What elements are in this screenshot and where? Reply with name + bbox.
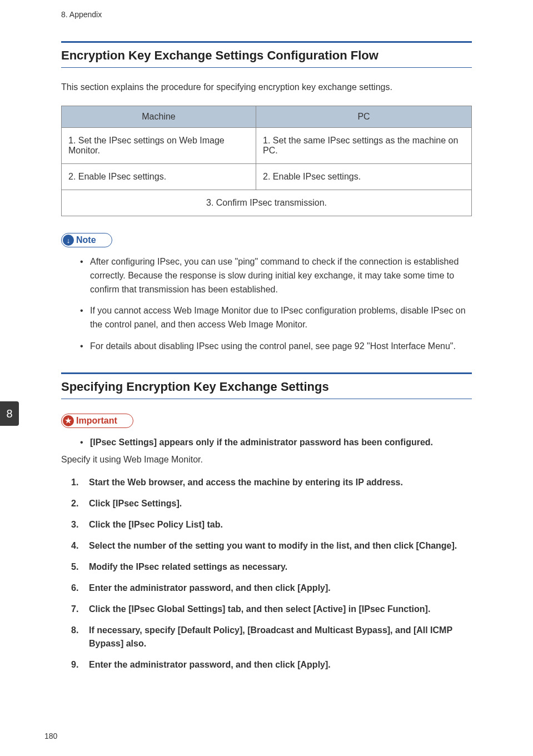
table-row: 2. Enable IPsec settings. 2. Enable IPse… <box>62 164 472 190</box>
important-item: [IPsec Settings] appears only if the adm… <box>80 436 472 449</box>
table-head-pc: PC <box>256 106 472 128</box>
note-item: For details about disabling IPsec using … <box>80 340 472 354</box>
intro-text: This section explains the procedure for … <box>61 82 472 92</box>
cell-pc-2: 2. Enable IPsec settings. <box>256 164 472 190</box>
specify-plain-text: Specify it using Web Image Monitor. <box>61 455 472 465</box>
important-icon: ★ <box>63 415 74 426</box>
table-head-machine: Machine <box>62 106 256 128</box>
note-callout: ↓ Note <box>61 233 112 247</box>
note-icon: ↓ <box>63 235 74 246</box>
note-item: If you cannot access Web Image Monitor d… <box>80 304 472 332</box>
important-callout: ★ Important <box>61 414 133 428</box>
important-label-text: Important <box>76 416 117 426</box>
note-list: After configuring IPsec, you can use "pi… <box>61 255 472 354</box>
section-title-specify: Specifying Encryption Key Exchange Setti… <box>61 372 472 399</box>
page-header-chapter: 8. Appendix <box>0 0 533 19</box>
table-row: 1. Set the IPsec settings on Web Image M… <box>62 128 472 164</box>
cell-merged-3: 3. Confirm IPsec transmission. <box>62 190 472 216</box>
note-item: After configuring IPsec, you can use "pi… <box>80 255 472 296</box>
steps-list: Start the Web browser, and access the ma… <box>61 476 472 672</box>
page-number: 180 <box>44 732 57 740</box>
step-item: Select the number of the setting you wan… <box>71 539 472 553</box>
table-row: 3. Confirm IPsec transmission. <box>62 190 472 216</box>
step-item: Start the Web browser, and access the ma… <box>71 476 472 489</box>
step-item: Click the [IPsec Policy List] tab. <box>71 518 472 531</box>
note-label-text: Note <box>76 235 96 245</box>
step-item: Enter the administrator password, and th… <box>71 658 472 672</box>
cell-machine-1: 1. Set the IPsec settings on Web Image M… <box>62 128 256 164</box>
step-item: Click the [IPsec Global Settings] tab, a… <box>71 603 472 616</box>
step-item: If necessary, specify [Default Policy], … <box>71 624 472 650</box>
section-title-config-flow: Encryption Key Exchange Settings Configu… <box>61 41 472 68</box>
cell-pc-1: 1. Set the same IPsec settings as the ma… <box>256 128 472 164</box>
step-item: Modify the IPsec related settings as nec… <box>71 560 472 574</box>
important-list: [IPsec Settings] appears only if the adm… <box>61 436 472 449</box>
step-item: Click [IPsec Settings]. <box>71 497 472 510</box>
config-flow-table: Machine PC 1. Set the IPsec settings on … <box>61 106 472 216</box>
step-item: Enter the administrator password, and th… <box>71 581 472 595</box>
cell-machine-2: 2. Enable IPsec settings. <box>62 164 256 190</box>
chapter-side-tab: 8 <box>0 401 19 426</box>
